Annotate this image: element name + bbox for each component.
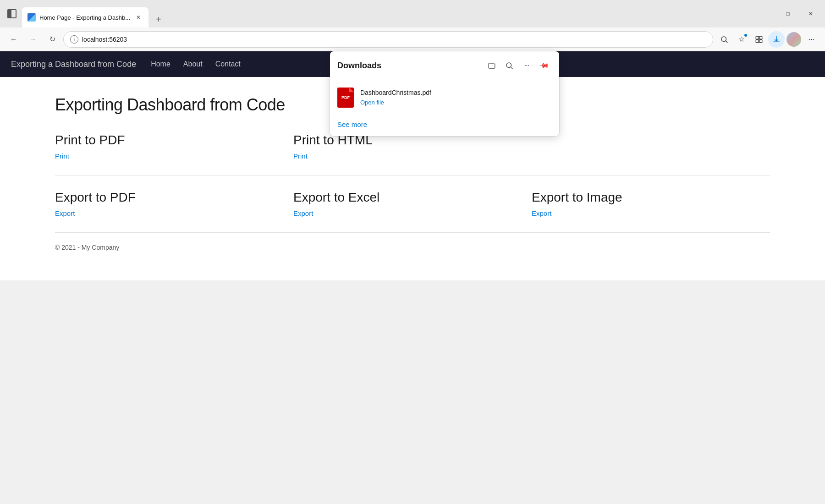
print-html-link[interactable]: Print [293,152,308,160]
export-image-item: Export to Image Export [532,190,770,218]
open-folder-button[interactable] [484,58,500,73]
nav-about[interactable]: About [183,60,203,68]
search-downloads-button[interactable] [501,58,517,73]
search-icon [505,61,513,70]
browser-toolbar: ← → ↻ i localhost:56203 ☆ [0,27,825,51]
download-item: PDF DashboardChristmas.pdf Open file [330,80,559,115]
export-excel-item: Export to Excel Export [293,190,532,218]
collections-icon [755,35,763,44]
svg-rect-3 [759,36,762,39]
svg-line-1 [726,41,727,43]
print-pdf-title: Print to PDF [55,133,282,148]
favorites-badge [743,33,748,38]
see-more-link[interactable]: See more [337,121,367,128]
pin-panel-button[interactable]: 📌 [536,58,552,73]
export-pdf-link[interactable]: Export [55,209,75,217]
window-controls: — □ ✕ [754,5,821,22]
sidebar-icon [7,9,16,18]
print-pdf-link[interactable]: Print [55,152,69,160]
export-excel-title: Export to Excel [293,190,521,205]
copyright-text: © 2021 - My Company [55,244,119,251]
new-tab-button[interactable]: + [150,11,167,27]
export-excel-link[interactable]: Export [293,209,313,217]
print-pdf-item: Print to PDF Print [55,133,293,160]
search-button[interactable] [716,31,732,48]
downloads-footer: See more [330,115,559,136]
export-pdf-title: Export to PDF [55,190,282,205]
collections-button[interactable] [751,31,767,48]
download-file-info: DashboardChristmas.pdf Open file [360,89,552,106]
search-icon [720,35,728,44]
favorites-button[interactable]: ☆ [733,31,750,48]
empty-print-item [532,133,770,160]
downloads-title: Downloads [337,61,381,71]
url-text[interactable]: localhost:56203 [82,36,706,43]
svg-point-6 [506,63,512,68]
downloads-header: Downloads ··· 📌 [330,51,559,80]
export-image-title: Export to Image [532,190,759,205]
more-icon: ··· [808,34,814,44]
pdf-file-icon: PDF [337,88,354,108]
profile-button[interactable] [786,31,802,48]
refresh-icon: ↻ [50,35,55,44]
downloads-button[interactable] [768,31,785,48]
tab-favicon [28,13,36,22]
print-section: Print to PDF Print Print to HTML Print [55,133,770,175]
settings-button[interactable]: ··· [803,31,820,48]
open-file-link[interactable]: Open file [360,99,384,106]
download-icon [772,35,781,44]
maximize-button[interactable]: □ [777,5,798,22]
app-brand: Exporting a Dashboard from Code [11,60,136,69]
nav-links: Home About Contact [151,60,241,68]
toolbar-actions: ☆ ··· [716,31,820,48]
back-icon: ← [10,35,17,44]
tab-close-button[interactable]: ✕ [134,13,143,22]
title-bar: Home Page - Exporting a Dashb... ✕ + — □… [0,0,825,27]
address-bar[interactable]: i localhost:56203 [63,31,713,48]
sidebar-toggle-button[interactable] [4,5,20,22]
info-icon: i [70,35,78,44]
tab-title: Home Page - Exporting a Dashb... [39,14,130,21]
active-tab[interactable]: Home Page - Exporting a Dashb... ✕ [22,7,148,27]
downloads-header-actions: ··· 📌 [484,58,552,73]
print-html-item: Print to HTML Print [293,133,532,160]
back-button[interactable]: ← [6,31,22,48]
close-button[interactable]: ✕ [800,5,821,22]
more-icon: ··· [524,61,529,70]
minimize-button[interactable]: — [754,5,776,22]
svg-rect-4 [756,39,759,42]
svg-rect-2 [756,36,759,39]
profile-avatar [786,32,801,47]
export-pdf-item: Export to PDF Export [55,190,293,218]
forward-button[interactable]: → [25,31,41,48]
folder-icon [488,61,496,70]
svg-point-0 [721,37,726,42]
downloads-panel: Downloads ··· 📌 PDF DashboardChristma [330,51,559,136]
forward-icon: → [29,35,37,44]
pin-icon: 📌 [538,60,550,71]
export-image-link[interactable]: Export [532,209,551,217]
nav-contact[interactable]: Contact [215,60,241,68]
svg-line-7 [511,67,512,69]
tabs-container: Home Page - Exporting a Dashb... ✕ + [22,0,749,27]
svg-rect-5 [759,39,762,42]
refresh-button[interactable]: ↻ [44,31,60,48]
download-filename: DashboardChristmas.pdf [360,89,552,96]
more-downloads-button[interactable]: ··· [519,58,534,73]
page-footer: © 2021 - My Company [55,233,770,262]
nav-home[interactable]: Home [151,60,170,68]
export-section: Export to PDF Export Export to Excel Exp… [55,190,770,233]
